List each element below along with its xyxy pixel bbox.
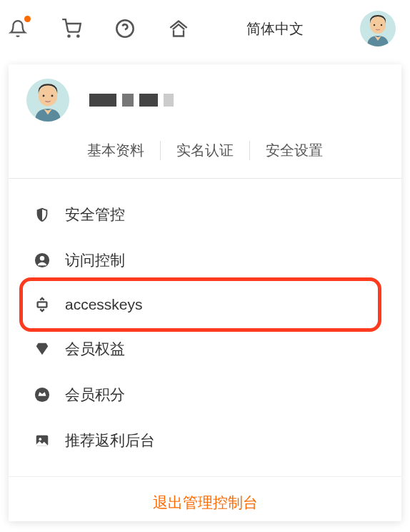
notification-icon[interactable] <box>7 18 29 39</box>
diamond-icon <box>34 340 51 358</box>
avatar-small[interactable] <box>360 11 396 46</box>
menu-accesskeys[interactable]: accesskeys <box>9 283 401 326</box>
key-icon <box>34 296 51 313</box>
menu-referral[interactable]: 推荐返利后台 <box>9 418 401 463</box>
menu-access-control[interactable]: 访问控制 <box>9 237 401 283</box>
menu-label: accesskeys <box>65 296 143 313</box>
profile-tabs: 基本资料 实名认证 安全设置 <box>9 132 401 179</box>
user-circle-icon <box>34 252 51 269</box>
avatar-large <box>26 79 69 122</box>
menu-label: 会员权益 <box>65 339 125 359</box>
menu-member-points[interactable]: 会员积分 <box>9 372 401 418</box>
help-icon[interactable] <box>114 18 136 39</box>
cart-icon[interactable] <box>61 18 82 39</box>
language-selector[interactable]: 简体中文 <box>246 19 304 39</box>
menu-label: 安全管控 <box>65 205 125 225</box>
notification-dot <box>24 16 31 22</box>
menu-security-control[interactable]: 安全管控 <box>9 192 401 237</box>
svg-point-9 <box>40 256 44 260</box>
menu-label: 推荐返利后台 <box>65 430 155 450</box>
menu-list: 安全管控 访问控制 accesskeys 会员权益 会员积分 <box>9 179 401 476</box>
menu-label: 会员积分 <box>65 385 125 405</box>
home-icon[interactable] <box>168 18 189 39</box>
menu-label: 访问控制 <box>65 250 125 270</box>
svg-point-13 <box>39 438 41 440</box>
shield-icon <box>34 206 51 223</box>
tab-verify[interactable]: 实名认证 <box>161 141 250 160</box>
menu-member-benefits[interactable]: 会员权益 <box>9 326 401 372</box>
svg-point-5 <box>77 35 79 36</box>
tab-profile[interactable]: 基本资料 <box>71 141 161 160</box>
user-header <box>9 64 401 132</box>
top-bar: 简体中文 <box>0 0 410 57</box>
user-dropdown: 基本资料 实名认证 安全设置 安全管控 访问控制 accesskeys <box>9 64 401 521</box>
crown-icon <box>34 386 51 403</box>
image-icon <box>34 432 51 449</box>
username-redacted <box>89 94 174 107</box>
svg-rect-10 <box>38 302 47 307</box>
logout-button[interactable]: 退出管理控制台 <box>9 476 401 528</box>
svg-point-4 <box>68 35 69 36</box>
tab-security[interactable]: 安全设置 <box>250 141 339 160</box>
